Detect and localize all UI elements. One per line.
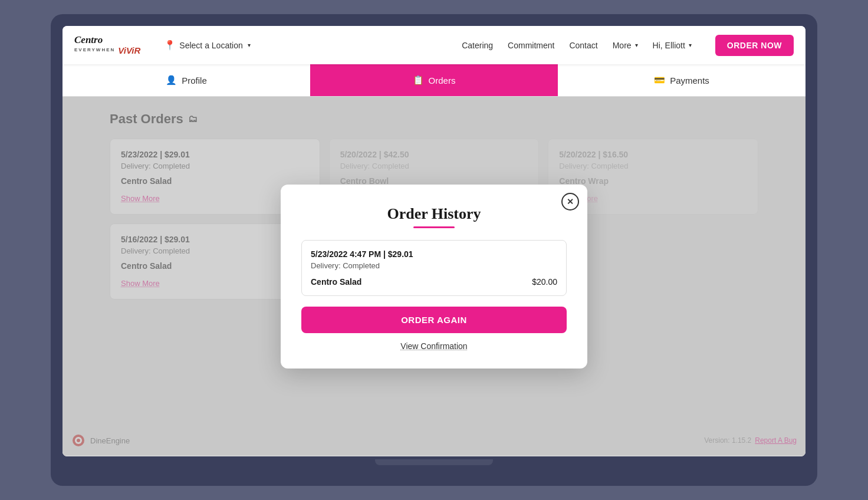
logo-everywhen: EVERYWHEN <box>74 48 115 53</box>
order-again-button[interactable]: ORDER AGAIN <box>301 307 567 333</box>
location-label: Select a Location <box>179 41 242 50</box>
logo-vivir: ViViR <box>118 46 140 56</box>
logo: Centro EVERYWHEN ViViR <box>74 35 140 55</box>
modal-title: Order History <box>301 205 567 223</box>
orders-icon: 📋 <box>413 75 424 85</box>
payments-icon: 💳 <box>654 75 665 85</box>
nav-links: Catering Commitment Contact More ▾ Hi, E… <box>462 35 794 56</box>
tabs-bar: 👤 Profile 📋 Orders 💳 Payments <box>63 64 805 97</box>
order-detail-datetime: 5/23/2022 4:47 PM | $29.01 <box>311 249 557 259</box>
order-detail-status: Delivery: Completed <box>311 261 557 270</box>
order-now-button[interactable]: ORDER NOW <box>715 35 794 56</box>
location-pin-icon: 📍 <box>164 40 176 51</box>
tab-payments[interactable]: 💳 Payments <box>558 64 805 96</box>
view-confirmation-link[interactable]: View Confirmation <box>301 341 567 351</box>
laptop-bottom-bar <box>375 459 493 465</box>
nav-contact[interactable]: Contact <box>569 41 597 50</box>
nav-more[interactable]: More ▾ <box>613 41 638 50</box>
user-greeting[interactable]: Hi, Elliott ▾ <box>653 41 692 50</box>
chevron-down-icon: ▾ <box>635 42 638 48</box>
order-detail-row: Centro Salad $20.00 <box>311 277 557 287</box>
tab-orders[interactable]: 📋 Orders <box>310 64 558 96</box>
laptop-frame: Centro EVERYWHEN ViViR 📍 Select a Locati… <box>51 14 817 486</box>
chevron-down-icon: ▾ <box>248 42 251 48</box>
modal-close-button[interactable]: ✕ <box>561 193 579 210</box>
order-history-modal: ✕ Order History 5/23/2022 4:47 PM | $29.… <box>281 185 587 369</box>
nav-catering[interactable]: Catering <box>462 41 493 50</box>
modal-title-underline <box>413 226 455 228</box>
order-detail-card: 5/23/2022 4:47 PM | $29.01 Delivery: Com… <box>301 240 567 296</box>
person-icon: 👤 <box>166 75 177 85</box>
main-content: Past Orders 🗂 5/23/2022 | $29.01 Deliver… <box>63 97 805 456</box>
order-detail-item: Centro Salad <box>311 277 361 287</box>
chevron-down-icon: ▾ <box>689 42 692 48</box>
location-selector[interactable]: 📍 Select a Location ▾ <box>164 40 250 51</box>
navbar: Centro EVERYWHEN ViViR 📍 Select a Locati… <box>63 26 805 64</box>
modal-overlay: ✕ Order History 5/23/2022 4:47 PM | $29.… <box>63 97 805 456</box>
tab-profile[interactable]: 👤 Profile <box>63 64 310 96</box>
logo-centro: Centro <box>74 35 140 46</box>
screen: Centro EVERYWHEN ViViR 📍 Select a Locati… <box>63 26 805 456</box>
order-detail-price: $20.00 <box>532 277 557 287</box>
nav-commitment[interactable]: Commitment <box>508 41 554 50</box>
